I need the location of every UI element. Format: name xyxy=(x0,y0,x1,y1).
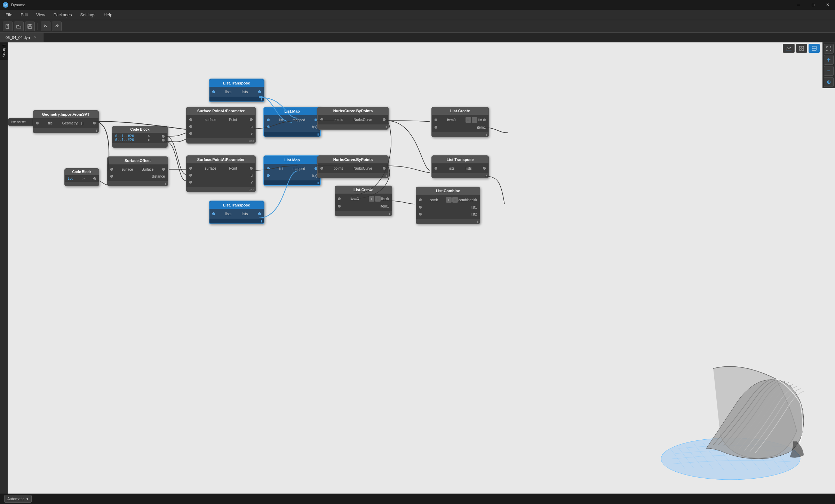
menu-packages[interactable]: Packages xyxy=(49,11,76,19)
open-button[interactable] xyxy=(14,22,24,31)
code-block-2-node: Code Block 10; > xyxy=(64,168,99,186)
surface-point-1-u-row: u xyxy=(186,123,255,130)
layout-view-button[interactable] xyxy=(809,44,820,53)
menu-file[interactable]: File xyxy=(1,11,16,19)
menu-help[interactable]: Help xyxy=(100,11,117,19)
tab-close-button[interactable]: ✕ xyxy=(33,35,38,40)
new-button[interactable] xyxy=(3,22,13,31)
run-mode-dropdown[interactable]: Automatic ▾ xyxy=(4,495,32,503)
file-tab[interactable]: 06_04_04.dyn ✕ xyxy=(0,33,43,42)
list-combine-list1-row: list1 xyxy=(416,204,480,211)
grid-view-button[interactable] xyxy=(796,44,807,53)
canvas[interactable]: Library + − ⊕ xyxy=(0,42,835,504)
list-map-1-fx-port[interactable] xyxy=(267,125,270,128)
list-transpose-3-output[interactable] xyxy=(483,167,486,170)
nurbs-curve-1-output-label: NurbsCurve xyxy=(353,118,372,122)
surface-point-2-v-port[interactable] xyxy=(189,181,192,184)
surface-point-1-surface-port[interactable] xyxy=(189,118,192,121)
list-create-1-output-port[interactable] xyxy=(483,119,486,121)
nurbs-curve-1-points-port[interactable] xyxy=(320,118,323,121)
redo-button[interactable] xyxy=(52,22,62,31)
surface-offset-surface-port[interactable] xyxy=(110,168,113,171)
list-create-2-output-port[interactable] xyxy=(386,197,389,200)
surface-point-1-body: surface Point u v xyxy=(186,115,255,138)
maximize-button[interactable]: □ xyxy=(806,0,820,10)
file-input-port[interactable] xyxy=(36,122,39,124)
list-transpose-2-output[interactable] xyxy=(258,212,261,215)
list-combine-plus-button[interactable]: + xyxy=(446,197,452,203)
list-combine-list1-port[interactable] xyxy=(419,206,422,209)
list-map-2-body: list mapped f(x) xyxy=(264,164,320,180)
list-transpose-1-output[interactable] xyxy=(258,90,261,93)
list-map-2-output-port[interactable] xyxy=(315,167,317,170)
code-output-2[interactable] xyxy=(162,139,165,141)
list-create-2-body: item0 + − list item1 xyxy=(335,194,392,211)
list-transpose-2-node: List.Transpose lists lists ▮ xyxy=(209,201,264,224)
list-create-2-minus-button[interactable]: − xyxy=(375,196,381,202)
code-output-1[interactable] xyxy=(162,135,165,138)
code-output-3[interactable] xyxy=(93,177,96,180)
nurbs-curve-2-header: NurbsCurve.ByPoints xyxy=(318,156,388,163)
list-combine-output-port[interactable] xyxy=(474,198,477,201)
library-label: Library xyxy=(2,44,6,58)
list-combine-comb-port[interactable] xyxy=(419,198,422,201)
surface-offset-distance-port[interactable] xyxy=(110,175,113,178)
zoom-out-button[interactable]: − xyxy=(824,66,834,76)
list-map-1-list-label: list xyxy=(279,118,283,122)
menu-settings[interactable]: Settings xyxy=(76,11,100,19)
surface-point-1-u-port[interactable] xyxy=(189,125,192,128)
code-arrow-3: > xyxy=(82,177,85,180)
surface-point-1-output-port[interactable] xyxy=(250,118,253,121)
surface-point-2-u-port[interactable] xyxy=(189,174,192,177)
nurbs-curve-2-points-port[interactable] xyxy=(320,167,323,170)
list-map-1-output-port[interactable] xyxy=(315,119,317,121)
surface-point-1-v-port[interactable] xyxy=(189,132,192,135)
fit-view-button[interactable] xyxy=(824,44,834,54)
geometry-output-port[interactable] xyxy=(93,122,96,124)
list-create-1-item1-port[interactable] xyxy=(435,126,437,129)
surface-point-2-output-port[interactable] xyxy=(250,167,253,170)
nurbs-curve-2-points-row: points NurbsCurve xyxy=(318,165,388,172)
input-file-label: .lists.sat.txt xyxy=(10,120,26,124)
svg-point-13 xyxy=(661,438,800,480)
list-create-2-plus-button[interactable]: + xyxy=(369,196,374,202)
menu-edit[interactable]: Edit xyxy=(16,11,32,19)
code-block-2-content: 10; > xyxy=(65,175,99,182)
save-button[interactable] xyxy=(25,22,35,31)
list-create-2-item0-port[interactable] xyxy=(338,197,341,200)
list-map-2-list-port[interactable] xyxy=(267,167,270,170)
list-combine-list2-label: list2 xyxy=(471,212,477,216)
list-map-2-fx-port[interactable] xyxy=(267,174,270,177)
nurbs-curve-2-output-port[interactable] xyxy=(383,167,385,170)
list-combine-list2-port[interactable] xyxy=(419,213,422,216)
list-combine-header: List.Combine xyxy=(416,187,480,195)
zoom-in-button[interactable]: + xyxy=(824,55,834,65)
list-transpose-3-node: List.Transpose lists lists ▮ xyxy=(431,155,489,178)
list-combine-comb-row: comb + − combined xyxy=(416,196,480,204)
menu-view[interactable]: View xyxy=(32,11,49,19)
svg-rect-5 xyxy=(29,26,31,28)
toolbar xyxy=(0,20,835,33)
list-transpose-2-input[interactable] xyxy=(212,212,215,215)
list-create-1-plus-button[interactable]: + xyxy=(466,117,471,123)
zoom-fit-button[interactable]: ⊕ xyxy=(824,77,834,87)
list-create-2-item1-port[interactable] xyxy=(338,205,341,208)
list-transpose-3-input[interactable] xyxy=(435,167,437,170)
list-combine-output-label: combined xyxy=(459,198,474,202)
list-combine-minus-button[interactable]: − xyxy=(452,197,458,203)
close-button[interactable]: ✕ xyxy=(820,0,835,10)
list-transpose-3-output-label: lists xyxy=(466,166,472,170)
minimize-button[interactable]: ─ xyxy=(791,0,806,10)
list-create-2-item0-row: item0 + − list xyxy=(335,195,392,203)
surface-offset-output-port[interactable] xyxy=(162,168,165,171)
library-toggle-button[interactable]: Library xyxy=(0,42,8,60)
nurbs-curve-1-points-row: points NurbsCurve xyxy=(318,116,388,123)
list-create-1-item0-port[interactable] xyxy=(435,119,437,121)
nurbs-curve-1-output-port[interactable] xyxy=(383,118,385,121)
list-map-1-list-port[interactable] xyxy=(267,119,270,121)
list-transpose-1-input[interactable] xyxy=(212,90,215,93)
undo-button[interactable] xyxy=(41,22,50,31)
list-create-1-minus-button[interactable]: − xyxy=(472,117,477,123)
background-view-button[interactable] xyxy=(783,44,795,53)
surface-point-2-surface-port[interactable] xyxy=(189,167,192,170)
